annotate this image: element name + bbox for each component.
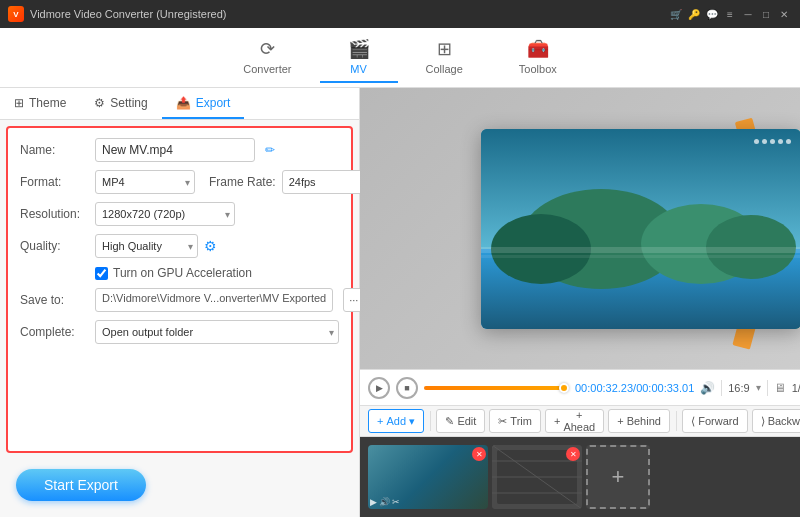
format-select[interactable]: MP4MOVAVIMKV <box>95 170 195 194</box>
behind-button[interactable]: + Behind <box>608 409 670 433</box>
forward-icon: ⟨ <box>691 415 695 428</box>
title-bar: V Vidmore Video Converter (Unregistered)… <box>0 0 800 28</box>
preview-image <box>481 129 800 329</box>
tab-collage[interactable]: ⊞ Collage <box>398 32 491 83</box>
name-input[interactable] <box>95 138 255 162</box>
format-select-wrap: MP4MOVAVIMKV <box>95 170 195 194</box>
resolution-row: Resolution: 1280x720 (720p)1920x1080 (10… <box>20 202 339 226</box>
main-layout: ⊞ Theme ⚙ Setting 📤 Export Name: ✏ <box>0 88 800 517</box>
start-export-button[interactable]: Start Export <box>16 469 146 501</box>
setting-icon: ⚙ <box>94 96 105 110</box>
minimize-win-button[interactable]: ─ <box>740 6 756 22</box>
timeline-cut-icon[interactable]: ✂ <box>392 497 400 507</box>
sub-nav-setting[interactable]: ⚙ Setting <box>80 88 161 119</box>
tab-converter[interactable]: ⟳ Converter <box>215 32 319 83</box>
ahead-label: + Ahead <box>563 409 595 433</box>
progress-bar[interactable] <box>424 386 569 390</box>
quality-gear-icon[interactable]: ⚙ <box>204 238 217 254</box>
name-row: Name: ✏ <box>20 138 339 162</box>
behind-label: Behind <box>627 415 661 427</box>
theme-label: Theme <box>29 96 66 110</box>
trim-button[interactable]: ✂ Trim <box>489 409 541 433</box>
add-icon: + <box>377 415 383 427</box>
backward-button[interactable]: ⟩ Backward <box>752 409 800 433</box>
mv-label: MV <box>350 63 367 75</box>
edit-icon[interactable]: ✏ <box>265 143 275 157</box>
preview-dots <box>754 139 791 144</box>
backward-icon: ⟩ <box>761 415 765 428</box>
nav-tabs: ⟳ Converter 🎬 MV ⊞ Collage 🧰 Toolbox <box>215 32 585 83</box>
trim-label: Trim <box>510 415 532 427</box>
sub-nav-theme[interactable]: ⊞ Theme <box>0 88 80 119</box>
quality-row: Quality: High QualityMedium QualityLow Q… <box>20 234 339 258</box>
resolution-select[interactable]: 1280x720 (720p)1920x1080 (1080p)854x480 … <box>95 202 235 226</box>
export-label: Export <box>196 96 231 110</box>
timeline-play-icon[interactable]: ▶ <box>370 497 377 507</box>
quality-select-wrap: High QualityMedium QualityLow Quality <box>95 234 198 258</box>
converter-icon: ⟳ <box>260 38 275 60</box>
resolution-label: Resolution: <box>20 207 95 221</box>
gpu-accel-checkbox[interactable] <box>95 267 108 280</box>
quality-control: High QualityMedium QualityLow Quality ⚙ <box>95 234 339 258</box>
forward-button[interactable]: ⟨ Forward <box>682 409 747 433</box>
page-indicator: 1/2 <box>792 382 800 394</box>
format-label: Format: <box>20 175 95 189</box>
add-clip-button[interactable]: + <box>586 445 650 509</box>
bottom-toolbar: + Add ▾ ✎ Edit ✂ Trim + + Ahead + Behind <box>360 405 800 437</box>
complete-label: Complete: <box>20 325 95 339</box>
timeline-item-1-close[interactable]: ✕ <box>472 447 486 461</box>
playback-controls: ▶ ■ 00:00:32.23/00:00:33.01 🔊 16:9 ▾ 🖥 1… <box>360 369 800 405</box>
stop-button[interactable]: ■ <box>396 377 418 399</box>
maximize-button[interactable]: □ <box>758 6 774 22</box>
play-button[interactable]: ▶ <box>368 377 390 399</box>
menu-button[interactable]: ≡ <box>722 6 738 22</box>
aspect-ratio-arrow[interactable]: ▾ <box>756 382 761 393</box>
converter-label: Converter <box>243 63 291 75</box>
export-form: Name: ✏ Format: MP4MOVAVIMKV Frame Rate: <box>6 126 353 453</box>
complete-select[interactable]: Open output folderDo nothingOpen file <box>95 320 339 344</box>
svg-rect-6 <box>481 247 800 253</box>
toolbox-icon: 🧰 <box>527 38 549 60</box>
name-label: Name: <box>20 143 95 157</box>
gpu-accel-label[interactable]: Turn on GPU Acceleration <box>113 266 252 280</box>
sub-nav-export[interactable]: 📤 Export <box>162 88 245 119</box>
key-button[interactable]: 🔑 <box>686 6 702 22</box>
ahead-button[interactable]: + + Ahead <box>545 409 604 433</box>
save-path-display: D:\Vidmore\Vidmore V...onverter\MV Expor… <box>95 288 333 312</box>
app-title: Vidmore Video Converter (Unregistered) <box>30 8 668 20</box>
theme-icon: ⊞ <box>14 96 24 110</box>
edit-button[interactable]: ✎ Edit <box>436 409 485 433</box>
toolbox-label: Toolbox <box>519 63 557 75</box>
timeline-item-1[interactable]: ✕ ▶ 🔊 ✂ <box>368 445 488 509</box>
preview-svg <box>481 129 800 329</box>
complete-control: Open output folderDo nothingOpen file <box>95 320 339 344</box>
behind-icon: + <box>617 415 623 427</box>
minimize-button[interactable]: 🛒 <box>668 6 684 22</box>
timeline-item-2[interactable]: ✕ <box>492 445 582 509</box>
gpu-accel-row: Turn on GPU Acceleration <box>20 266 339 280</box>
format-row: Format: MP4MOVAVIMKV Frame Rate: 24fps25… <box>20 170 339 194</box>
progress-thumb <box>559 383 569 393</box>
add-label: Add <box>386 415 406 427</box>
resolution-control: 1280x720 (720p)1920x1080 (1080p)854x480 … <box>95 202 339 226</box>
timeline-sound-icon[interactable]: 🔊 <box>379 497 390 507</box>
forward-label: Forward <box>698 415 738 427</box>
sub-nav: ⊞ Theme ⚙ Setting 📤 Export <box>0 88 359 120</box>
top-nav: ⟳ Converter 🎬 MV ⊞ Collage 🧰 Toolbox <box>0 28 800 88</box>
export-btn-area: Start Export <box>0 459 359 517</box>
tab-toolbox[interactable]: 🧰 Toolbox <box>491 32 585 83</box>
quality-select[interactable]: High QualityMedium QualityLow Quality <box>95 234 198 258</box>
add-button[interactable]: + Add ▾ <box>368 409 424 433</box>
quality-label: Quality: <box>20 239 95 253</box>
collage-icon: ⊞ <box>437 38 452 60</box>
timeline-item-2-close[interactable]: ✕ <box>566 447 580 461</box>
aspect-ratio: 16:9 <box>728 382 749 394</box>
edit-icon: ✎ <box>445 415 454 428</box>
time-display: 00:00:32.23/00:00:33.01 <box>575 382 694 394</box>
tab-mv[interactable]: 🎬 MV <box>320 32 398 83</box>
format-control: MP4MOVAVIMKV Frame Rate: 24fps25fps30fps… <box>95 170 350 194</box>
volume-icon[interactable]: 🔊 <box>700 381 715 395</box>
resolution-select-wrap: 1280x720 (720p)1920x1080 (1080p)854x480 … <box>95 202 235 226</box>
close-button[interactable]: ✕ <box>776 6 792 22</box>
chat-button[interactable]: 💬 <box>704 6 720 22</box>
